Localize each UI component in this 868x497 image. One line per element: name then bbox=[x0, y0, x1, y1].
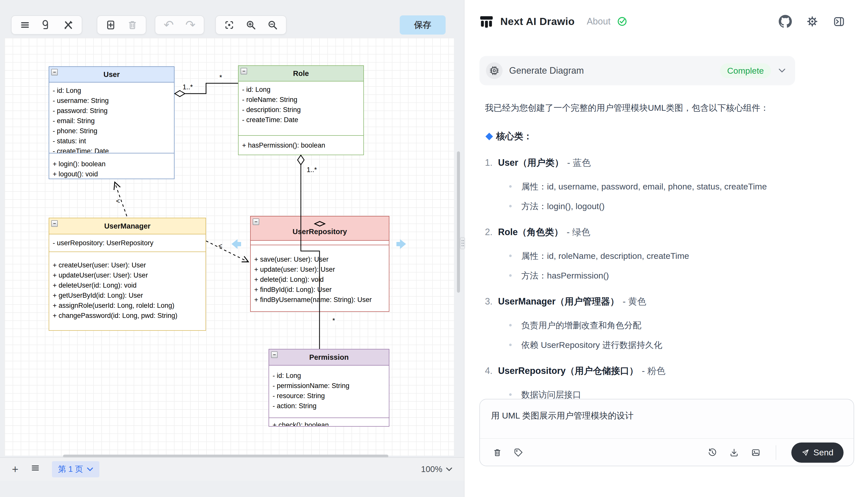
class-method: + logout(): void bbox=[53, 169, 174, 178]
class-title: Role bbox=[293, 69, 309, 78]
bullet-item: 数据访问层接口 bbox=[485, 389, 850, 399]
settings-button[interactable] bbox=[806, 15, 819, 28]
app-title: Next AI Drawio bbox=[500, 16, 575, 28]
generate-diagram-card[interactable]: Generate Diagram Complete bbox=[479, 56, 795, 85]
chat-messages[interactable]: 我已经为您创建了一个完整的用户管理模块UML类图，包含以下核心组件： 核心类： … bbox=[464, 89, 868, 399]
vertical-scrollbar[interactable] bbox=[457, 151, 460, 293]
edge-label: < bbox=[217, 242, 224, 250]
collapse-icon[interactable]: − bbox=[271, 352, 278, 358]
export-image-button[interactable] bbox=[751, 448, 761, 457]
toolbar-group-insert bbox=[97, 15, 146, 34]
diagram-canvas[interactable]: − User - id: Long- username: String- pas… bbox=[4, 38, 454, 456]
class-title: UserRepository bbox=[292, 228, 347, 236]
edit-tools-button[interactable] bbox=[58, 17, 78, 33]
class-attribute: - password: String bbox=[53, 106, 174, 116]
history-button[interactable] bbox=[708, 448, 717, 457]
shapes-button[interactable] bbox=[37, 17, 57, 33]
class-usermanager-methods: + createUser(user: User): User+ updateUs… bbox=[49, 252, 205, 330]
clear-chat-button[interactable] bbox=[492, 448, 502, 457]
class-usermanager-attributes: - userRepository: UserRepository bbox=[49, 234, 205, 252]
item-name: Role（角色类） bbox=[498, 226, 563, 238]
undo-button[interactable]: ↶ bbox=[159, 17, 178, 33]
save-button[interactable]: 保存 bbox=[400, 15, 446, 34]
bullet-dot bbox=[509, 324, 512, 326]
fit-view-button[interactable] bbox=[219, 17, 239, 33]
zoom-in-icon bbox=[245, 19, 257, 30]
hover-arrow-right-icon[interactable] bbox=[396, 239, 406, 249]
list-item-userrepository: 4. UserRepository（用户仓储接口） - 粉色 数据访问层接口 bbox=[485, 365, 850, 399]
class-attribute: - createTime: Date bbox=[53, 146, 174, 153]
class-method: + createUser(user: User): User bbox=[53, 260, 205, 270]
zoom-in-button[interactable] bbox=[241, 17, 261, 33]
class-role-methods: + hasPermission(): boolean bbox=[238, 135, 363, 154]
trash-icon bbox=[127, 19, 138, 30]
multiplicity-label: * bbox=[331, 316, 337, 325]
download-button[interactable] bbox=[729, 448, 739, 457]
bullet-item: 属性：id, username, password, email, phone,… bbox=[485, 181, 850, 192]
item-number: 4. bbox=[485, 366, 498, 376]
expand-task-button[interactable] bbox=[778, 68, 786, 73]
bullet-dot bbox=[509, 205, 512, 208]
github-button[interactable] bbox=[779, 15, 792, 28]
collapse-icon[interactable]: − bbox=[241, 68, 247, 74]
toolbar-group-main bbox=[11, 15, 82, 34]
status-check-icon bbox=[617, 16, 627, 27]
panel-resize-handle[interactable] bbox=[460, 237, 465, 249]
item-name: UserManager（用户管理器） bbox=[498, 295, 619, 308]
collapse-icon[interactable]: − bbox=[253, 218, 259, 225]
class-permission[interactable]: − Permission - id: Long- permissionName:… bbox=[269, 349, 389, 427]
class-role[interactable]: − Role - id: Long- roleName: String- des… bbox=[238, 65, 364, 155]
app-logo bbox=[479, 14, 494, 29]
class-attribute: - username: String bbox=[53, 96, 174, 106]
edit-tools-icon bbox=[63, 19, 74, 30]
collapse-icon[interactable]: − bbox=[51, 220, 58, 227]
zoom-out-button[interactable] bbox=[263, 17, 283, 33]
item-number: 1. bbox=[485, 157, 498, 168]
class-attribute: - id: Long bbox=[242, 85, 363, 95]
class-method: + login(): boolean bbox=[53, 159, 174, 169]
item-color-note: - 黄色 bbox=[623, 295, 646, 308]
label-tool-button[interactable] bbox=[514, 448, 523, 457]
about-link[interactable]: About bbox=[587, 16, 610, 27]
class-usermanager[interactable]: − UserManager - userRepository: UserRepo… bbox=[49, 218, 206, 331]
chevron-down-icon bbox=[446, 467, 452, 471]
class-attribute: - id: Long bbox=[53, 86, 174, 96]
class-user-header[interactable]: − User bbox=[49, 67, 174, 82]
zoom-level-label: 100% bbox=[421, 465, 442, 474]
collapse-panel-button[interactable] bbox=[833, 15, 845, 28]
menu-button[interactable] bbox=[15, 17, 35, 33]
add-page-button[interactable]: + bbox=[5, 463, 25, 475]
class-title: UserManager bbox=[104, 222, 150, 230]
edge-usermanager-userrepository[interactable] bbox=[206, 241, 248, 262]
bullet-item: 方法：hasPermission() bbox=[485, 270, 850, 281]
hover-arrow-left-icon[interactable] bbox=[231, 239, 241, 249]
image-icon bbox=[751, 448, 761, 457]
class-permission-attributes: - id: Long- permissionName: String- reso… bbox=[269, 365, 389, 417]
class-userrepository-header[interactable]: − UserRepository bbox=[251, 216, 389, 240]
class-role-header[interactable]: − Role bbox=[238, 66, 363, 81]
page-list-icon bbox=[30, 463, 40, 473]
class-attribute: - resource: String bbox=[273, 391, 389, 401]
class-method: + assignRole(userId: Long, roleId: Long) bbox=[53, 300, 205, 311]
class-method: + updateUser(user: User): User bbox=[53, 270, 205, 280]
item-number: 2. bbox=[485, 227, 498, 237]
class-user[interactable]: − User - id: Long- username: String- pas… bbox=[49, 66, 174, 179]
blue-diamond-icon bbox=[485, 132, 493, 141]
class-permission-header[interactable]: − Permission bbox=[269, 350, 389, 365]
collapse-icon[interactable]: − bbox=[51, 69, 58, 75]
class-usermanager-header[interactable]: − UserManager bbox=[49, 218, 205, 234]
tag-icon bbox=[514, 448, 523, 457]
delete-button[interactable] bbox=[122, 17, 142, 33]
page-list-button[interactable] bbox=[25, 463, 45, 475]
class-userrepository[interactable]: − UserRepository + save(user: User): Use… bbox=[250, 216, 389, 312]
zoom-out-icon bbox=[267, 19, 278, 30]
redo-button[interactable]: ↷ bbox=[180, 17, 200, 33]
send-button[interactable]: Send bbox=[791, 442, 843, 463]
page-tab[interactable]: 第 1 页 bbox=[52, 461, 99, 477]
chat-input[interactable]: 用 UML 类图展示用户管理模块的设计 bbox=[480, 399, 854, 422]
zoom-level-control[interactable]: 100% bbox=[421, 465, 452, 474]
class-method: + update(user: User): User bbox=[254, 265, 389, 274]
add-frame-button[interactable] bbox=[101, 17, 120, 33]
chevron-down-icon bbox=[87, 467, 93, 471]
download-icon bbox=[729, 448, 739, 457]
